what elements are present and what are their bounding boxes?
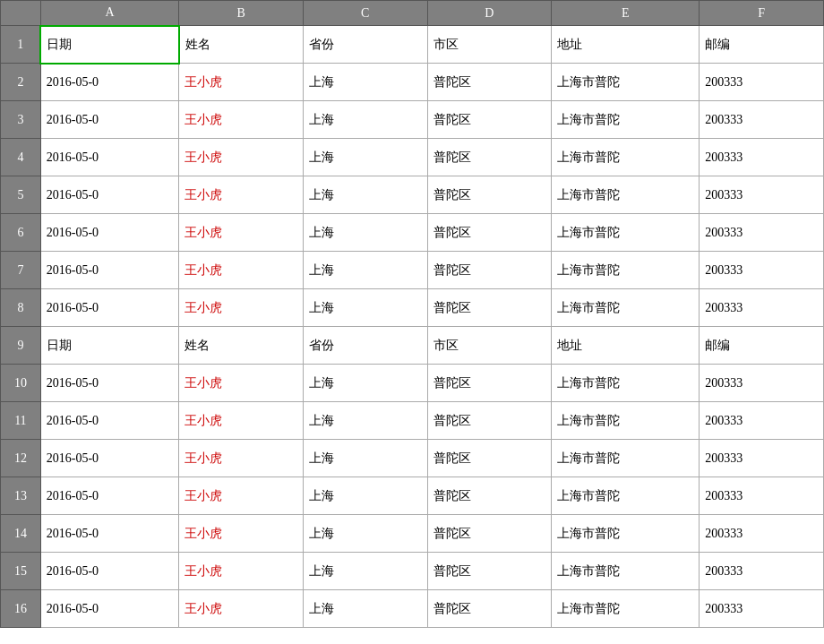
table-cell[interactable]: 普陀区: [427, 139, 552, 176]
table-cell[interactable]: 王小虎: [179, 176, 304, 214]
row-number[interactable]: 11: [1, 402, 41, 440]
table-cell[interactable]: 姓名: [179, 327, 304, 365]
table-cell[interactable]: 200333: [700, 515, 824, 553]
table-cell[interactable]: 200333: [700, 402, 824, 440]
table-cell[interactable]: 普陀区: [427, 176, 552, 214]
table-cell[interactable]: 上海市普陀: [552, 176, 700, 214]
table-cell[interactable]: 上海市普陀: [552, 553, 700, 590]
table-cell[interactable]: 姓名: [179, 26, 304, 64]
table-cell[interactable]: 上海市普陀: [552, 289, 700, 327]
table-cell[interactable]: 2016-05-0: [40, 252, 179, 289]
table-cell[interactable]: 上海市普陀: [552, 477, 700, 515]
table-cell[interactable]: 200333: [700, 252, 824, 289]
table-cell[interactable]: 王小虎: [179, 289, 304, 327]
table-cell[interactable]: 邮编: [700, 327, 824, 365]
table-cell[interactable]: 日期: [40, 26, 179, 64]
table-cell[interactable]: 上海市普陀: [552, 590, 700, 628]
table-cell[interactable]: 2016-05-0: [40, 139, 179, 176]
table-cell[interactable]: 日期: [40, 327, 179, 365]
row-number[interactable]: 3: [1, 101, 41, 139]
table-cell[interactable]: 上海: [303, 365, 427, 402]
table-cell[interactable]: 王小虎: [179, 64, 304, 101]
table-cell[interactable]: 普陀区: [427, 440, 552, 477]
row-number[interactable]: 4: [1, 139, 41, 176]
table-cell[interactable]: 上海: [303, 590, 427, 628]
row-number[interactable]: 15: [1, 553, 41, 590]
row-number[interactable]: 1: [1, 26, 41, 64]
table-cell[interactable]: 上海: [303, 553, 427, 590]
table-cell[interactable]: 200333: [700, 289, 824, 327]
table-cell[interactable]: 200333: [700, 64, 824, 101]
table-cell[interactable]: 省份: [303, 327, 427, 365]
col-header-a[interactable]: A: [40, 1, 179, 26]
table-cell[interactable]: 200333: [700, 176, 824, 214]
table-cell[interactable]: 2016-05-0: [40, 440, 179, 477]
table-cell[interactable]: 200333: [700, 590, 824, 628]
table-cell[interactable]: 上海市普陀: [552, 402, 700, 440]
table-cell[interactable]: 200333: [700, 101, 824, 139]
table-cell[interactable]: 2016-05-0: [40, 553, 179, 590]
table-cell[interactable]: 地址: [552, 26, 700, 64]
table-cell[interactable]: 上海市普陀: [552, 440, 700, 477]
col-header-f[interactable]: F: [700, 1, 824, 26]
table-cell[interactable]: 200333: [700, 139, 824, 176]
row-number[interactable]: 10: [1, 365, 41, 402]
table-cell[interactable]: 200333: [700, 365, 824, 402]
table-cell[interactable]: 普陀区: [427, 402, 552, 440]
table-cell[interactable]: 上海市普陀: [552, 64, 700, 101]
table-cell[interactable]: 普陀区: [427, 515, 552, 553]
row-number[interactable]: 8: [1, 289, 41, 327]
table-cell[interactable]: 王小虎: [179, 365, 304, 402]
row-number[interactable]: 16: [1, 590, 41, 628]
row-number[interactable]: 7: [1, 252, 41, 289]
table-cell[interactable]: 上海: [303, 64, 427, 101]
table-cell[interactable]: 王小虎: [179, 101, 304, 139]
table-cell[interactable]: 2016-05-0: [40, 515, 179, 553]
row-number[interactable]: 14: [1, 515, 41, 553]
table-cell[interactable]: 上海市普陀: [552, 515, 700, 553]
table-cell[interactable]: 2016-05-0: [40, 101, 179, 139]
row-number[interactable]: 6: [1, 214, 41, 252]
table-cell[interactable]: 上海市普陀: [552, 101, 700, 139]
row-number[interactable]: 13: [1, 477, 41, 515]
table-cell[interactable]: 2016-05-0: [40, 214, 179, 252]
table-cell[interactable]: 2016-05-0: [40, 590, 179, 628]
table-cell[interactable]: 王小虎: [179, 440, 304, 477]
table-cell[interactable]: 普陀区: [427, 365, 552, 402]
table-cell[interactable]: 普陀区: [427, 101, 552, 139]
table-cell[interactable]: 王小虎: [179, 477, 304, 515]
table-cell[interactable]: 市区: [427, 26, 552, 64]
table-cell[interactable]: 2016-05-0: [40, 64, 179, 101]
col-header-e[interactable]: E: [552, 1, 700, 26]
table-cell[interactable]: 上海市普陀: [552, 214, 700, 252]
table-cell[interactable]: 上海市普陀: [552, 252, 700, 289]
table-cell[interactable]: 上海: [303, 515, 427, 553]
table-cell[interactable]: 王小虎: [179, 139, 304, 176]
table-cell[interactable]: 200333: [700, 477, 824, 515]
col-header-d[interactable]: D: [427, 1, 552, 26]
table-cell[interactable]: 上海: [303, 214, 427, 252]
row-number[interactable]: 2: [1, 64, 41, 101]
table-cell[interactable]: 2016-05-0: [40, 176, 179, 214]
table-cell[interactable]: 王小虎: [179, 553, 304, 590]
table-cell[interactable]: 普陀区: [427, 214, 552, 252]
table-cell[interactable]: 上海市普陀: [552, 139, 700, 176]
table-cell[interactable]: 普陀区: [427, 477, 552, 515]
table-cell[interactable]: 邮编: [700, 26, 824, 64]
table-cell[interactable]: 上海: [303, 402, 427, 440]
table-cell[interactable]: 普陀区: [427, 553, 552, 590]
col-header-b[interactable]: B: [179, 1, 304, 26]
table-cell[interactable]: 普陀区: [427, 252, 552, 289]
table-cell[interactable]: 上海市普陀: [552, 365, 700, 402]
table-cell[interactable]: 普陀区: [427, 64, 552, 101]
table-cell[interactable]: 王小虎: [179, 252, 304, 289]
table-cell[interactable]: 2016-05-0: [40, 402, 179, 440]
row-number[interactable]: 5: [1, 176, 41, 214]
table-cell[interactable]: 2016-05-0: [40, 289, 179, 327]
table-cell[interactable]: 2016-05-0: [40, 477, 179, 515]
table-cell[interactable]: 上海: [303, 477, 427, 515]
row-number[interactable]: 12: [1, 440, 41, 477]
table-cell[interactable]: 上海: [303, 289, 427, 327]
table-cell[interactable]: 上海: [303, 252, 427, 289]
table-cell[interactable]: 上海: [303, 440, 427, 477]
